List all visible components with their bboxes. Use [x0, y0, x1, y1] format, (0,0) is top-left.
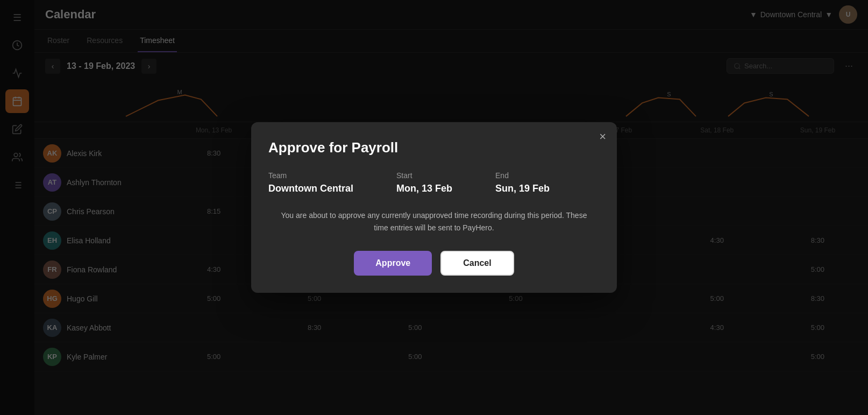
- modal-end-value: Sun, 19 Feb: [495, 183, 550, 194]
- modal-team-value: Downtown Central: [268, 183, 353, 194]
- modal-close-button[interactable]: ×: [599, 131, 606, 143]
- modal-title: Approve for Payroll: [268, 139, 600, 156]
- modal-start-info: Start Mon, 13 Feb: [396, 171, 452, 194]
- modal-team-label: Team: [268, 171, 353, 180]
- modal-start-value: Mon, 13 Feb: [396, 183, 452, 194]
- modal-overlay: × Approve for Payroll Team Downtown Cent…: [34, 0, 868, 415]
- modal-info-row: Team Downtown Central Start Mon, 13 Feb …: [268, 171, 600, 194]
- approve-payroll-modal: × Approve for Payroll Team Downtown Cent…: [251, 122, 617, 293]
- modal-team-info: Team Downtown Central: [268, 171, 353, 194]
- main-content: Calendar ▼ Downtown Central ▼ U Roster R…: [34, 0, 868, 415]
- app-container: ☰: [0, 0, 868, 415]
- approve-button[interactable]: Approve: [354, 251, 432, 276]
- modal-actions: Approve Cancel: [268, 251, 600, 276]
- modal-end-info: End Sun, 19 Feb: [495, 171, 550, 194]
- modal-description: You are about to approve any currently u…: [268, 209, 600, 234]
- modal-start-label: Start: [396, 171, 452, 180]
- modal-end-label: End: [495, 171, 550, 180]
- cancel-button[interactable]: Cancel: [440, 251, 514, 276]
